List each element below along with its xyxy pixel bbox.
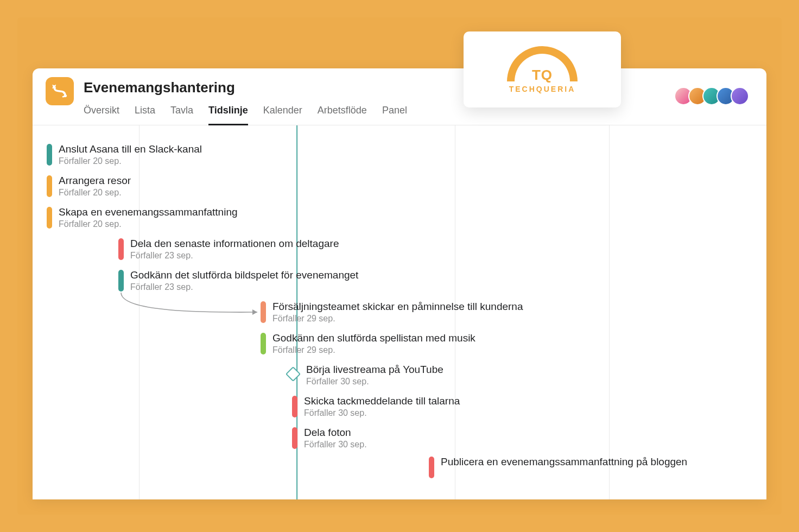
timeline-task[interactable]: Skapa en evenemangssammanfattningFörfall… xyxy=(47,206,238,230)
task-name: Anslut Asana till en Slack-kanal xyxy=(59,143,202,156)
task-pill xyxy=(429,457,434,478)
task-pill xyxy=(118,270,124,292)
timeline-task[interactable]: Dela den senaste informationen om deltag… xyxy=(118,237,339,261)
task-pill xyxy=(118,238,124,260)
task-name: Arrangera resor xyxy=(59,174,131,187)
task-name: Dela den senaste informationen om deltag… xyxy=(130,237,339,250)
task-due: Förfaller 20 sep. xyxy=(59,187,131,198)
task-name: Skapa en evenemangssammanfattning xyxy=(59,206,238,219)
tab-lista[interactable]: Lista xyxy=(135,100,155,125)
task-pill xyxy=(261,301,266,323)
task-name: Dela foton xyxy=(304,426,367,439)
task-pill xyxy=(47,175,52,197)
tab-tidslinje[interactable]: Tidslinje xyxy=(208,100,248,125)
brand-card: TQ TECHQUERIA xyxy=(464,31,621,107)
brand-initials: TQ xyxy=(532,67,553,84)
timeline-task[interactable]: Publicera en evenemangssammanfattning på… xyxy=(429,455,687,478)
task-due: Förfaller 30 sep. xyxy=(304,439,367,450)
task-name: Försäljningsteamet skickar en påminnelse… xyxy=(272,300,523,313)
task-name: Skicka tackmeddelande till talarna xyxy=(304,395,460,408)
app-window: Evenemangshantering ÖversiktListaTavlaTi… xyxy=(33,68,766,499)
tab-panel[interactable]: Panel xyxy=(382,100,407,125)
task-pill xyxy=(292,396,297,417)
avatar[interactable] xyxy=(731,87,749,105)
workflow-icon xyxy=(50,82,69,100)
tab-översikt[interactable]: Översikt xyxy=(84,100,119,125)
member-avatars[interactable] xyxy=(678,87,749,105)
tab-arbetsflöde[interactable]: Arbetsflöde xyxy=(318,100,367,125)
timeline-task[interactable]: Skicka tackmeddelande till talarnaFörfal… xyxy=(292,395,460,419)
task-due: Förfaller 23 sep. xyxy=(130,250,339,261)
task-due: Förfaller 23 sep. xyxy=(130,282,358,293)
task-due: Förfaller 20 sep. xyxy=(59,219,238,230)
brand-name: TECHQUERIA xyxy=(509,85,576,93)
timeline-task[interactable]: Anslut Asana till en Slack-kanalFörfalle… xyxy=(47,143,202,167)
project-header: Evenemangshantering ÖversiktListaTavlaTi… xyxy=(33,68,766,125)
timeline-task[interactable]: Godkänn det slutförda bildspelet för eve… xyxy=(118,269,358,293)
task-pill xyxy=(47,144,52,166)
timeline-gridline xyxy=(609,125,610,499)
timeline-gridline xyxy=(139,125,139,499)
milestone-icon xyxy=(286,366,301,382)
timeline-task[interactable]: Arrangera resorFörfaller 20 sep. xyxy=(47,174,131,198)
project-icon[interactable] xyxy=(46,77,74,105)
timeline-canvas[interactable]: Anslut Asana till en Slack-kanalFörfalle… xyxy=(33,125,766,499)
task-due: Förfaller 29 sep. xyxy=(272,313,523,324)
task-pill xyxy=(261,333,266,354)
timeline-task[interactable]: Försäljningsteamet skickar en påminnelse… xyxy=(261,300,523,324)
task-due: Förfaller 20 sep. xyxy=(59,156,202,167)
task-due: Förfaller 30 sep. xyxy=(306,376,443,387)
task-name: Publicera en evenemangssammanfattning på… xyxy=(441,455,687,468)
task-pill xyxy=(292,427,297,449)
project-title[interactable]: Evenemangshantering xyxy=(84,79,753,96)
timeline-task[interactable]: Börja livestreama på YouTubeFörfaller 30… xyxy=(288,363,443,387)
task-name: Börja livestreama på YouTube xyxy=(306,363,443,376)
task-due: Förfaller 30 sep. xyxy=(304,408,460,419)
task-name: Godkänn det slutförda bildspelet för eve… xyxy=(130,269,358,282)
brand-logo-icon: TQ xyxy=(507,46,578,81)
timeline-task[interactable]: Dela fotonFörfaller 30 sep. xyxy=(292,426,367,450)
tab-kalender[interactable]: Kalender xyxy=(263,100,302,125)
view-tabs: ÖversiktListaTavlaTidslinjeKalenderArbet… xyxy=(84,100,753,125)
tab-tavla[interactable]: Tavla xyxy=(170,100,193,125)
task-name: Godkänn den slutförda spellistan med mus… xyxy=(272,332,475,345)
timeline-task[interactable]: Godkänn den slutförda spellistan med mus… xyxy=(261,332,475,356)
task-due: Förfaller 29 sep. xyxy=(272,345,475,356)
task-pill xyxy=(47,207,52,229)
